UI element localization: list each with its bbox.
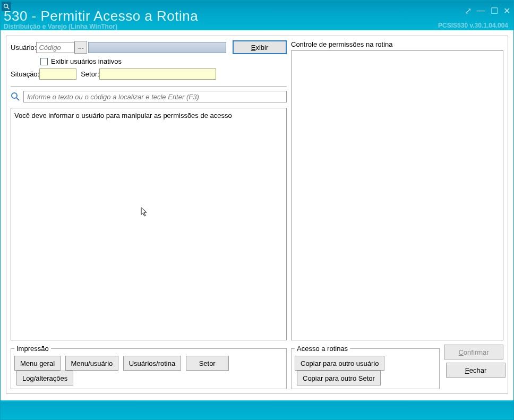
exibir-button[interactable]: Exibir (233, 40, 287, 54)
confirmar-text: onfirmar (464, 348, 489, 356)
window-controls: ⤢ ― ☐ ✕ (465, 6, 510, 16)
fechar-button[interactable]: Fechar (446, 363, 506, 378)
impressao-group: Impressão Menu geral Menu/usuário Usuári… (11, 345, 287, 389)
usuario-label: Usuário: (11, 44, 36, 52)
controle-panel (291, 50, 503, 340)
fechar-text: echar (469, 366, 487, 374)
acesso-legend: Acesso a rotinas (295, 345, 350, 353)
lookup-button[interactable]: ... (74, 41, 87, 54)
menu-usuario-button[interactable]: Menu/usuário (65, 356, 119, 371)
maximize-icon[interactable]: ☐ (491, 6, 498, 16)
copiar-setor-button[interactable]: Copiar para outro Setor (297, 371, 381, 385)
confirmar-mnemonic: C (458, 348, 463, 356)
left-column: Usuário: ... Exibir Exibir usuários inat… (11, 40, 287, 389)
setor-label: Setor: (81, 70, 99, 78)
situacao-input[interactable] (39, 68, 76, 80)
left-bottom-row: Impressão Menu geral Menu/usuário Usuári… (11, 345, 287, 389)
restore-icon[interactable]: ⤢ (465, 6, 472, 16)
status-bar (1, 400, 513, 419)
copiar-usuario-button[interactable]: Copiar para outro usuário (295, 356, 384, 371)
acesso-group: Acesso a rotinas Copiar para outro usuár… (291, 345, 440, 389)
app-window: 530 - Permitir Acesso a Rotina Distribui… (0, 0, 514, 420)
inativos-row: Exibir usuários inativos (40, 57, 287, 65)
content-area: Usuário: ... Exibir Exibir usuários inat… (6, 36, 508, 394)
usuario-name-input[interactable] (88, 42, 226, 53)
right-column: Controle de permissões na rotina Acesso … (291, 40, 503, 389)
codigo-input[interactable] (36, 42, 74, 53)
svg-line-3 (16, 98, 19, 100)
exibir-text: xibir (255, 44, 268, 52)
minimize-icon[interactable]: ― (477, 6, 485, 16)
inativos-label: Exibir usuários inativos (51, 57, 122, 65)
inativos-checkbox[interactable] (40, 58, 48, 65)
search-icon (11, 92, 20, 101)
setor-button[interactable]: Setor (186, 356, 229, 371)
log-alteracoes-button[interactable]: Log/alterações (16, 371, 73, 385)
controle-label: Controle de permissões na rotina (291, 40, 503, 48)
menu-geral-button[interactable]: Menu geral (14, 356, 61, 371)
search-row (11, 86, 287, 102)
situacao-row: Situação: Setor: (11, 68, 287, 80)
situacao-label: Situação: (11, 70, 39, 78)
exibir-mnemonic: E (251, 44, 256, 52)
window-subtitle: Distribuição e Varejo (Linha WinThor) (4, 23, 117, 30)
usuarios-rotina-button[interactable]: Usuários/rotina (123, 356, 181, 371)
close-icon[interactable]: ✕ (503, 6, 510, 16)
setor-input[interactable] (99, 68, 216, 80)
version-label: PCSIS530 v.30.1.04.004 (438, 22, 508, 29)
title-bar: 530 - Permitir Acesso a Rotina Distribui… (1, 1, 513, 30)
cursor-icon (141, 207, 148, 218)
panel-message: Você deve informar o usuário para manipu… (14, 112, 232, 119)
window-title: 530 - Permitir Acesso a Rotina (4, 8, 198, 24)
search-input[interactable] (23, 91, 287, 102)
confirmar-button[interactable]: Confirmar (444, 345, 503, 359)
usuario-row: Usuário: ... Exibir (11, 40, 287, 54)
svg-point-0 (4, 4, 8, 8)
impressao-legend: Impressão (14, 345, 51, 353)
svg-point-2 (12, 93, 17, 98)
action-buttons: Confirmar Fechar (444, 345, 503, 389)
fechar-mnemonic: F (465, 366, 469, 374)
right-bottom-row: Acesso a rotinas Copiar para outro usuár… (291, 345, 503, 389)
permissions-panel: Você deve informar o usuário para manipu… (11, 108, 287, 340)
